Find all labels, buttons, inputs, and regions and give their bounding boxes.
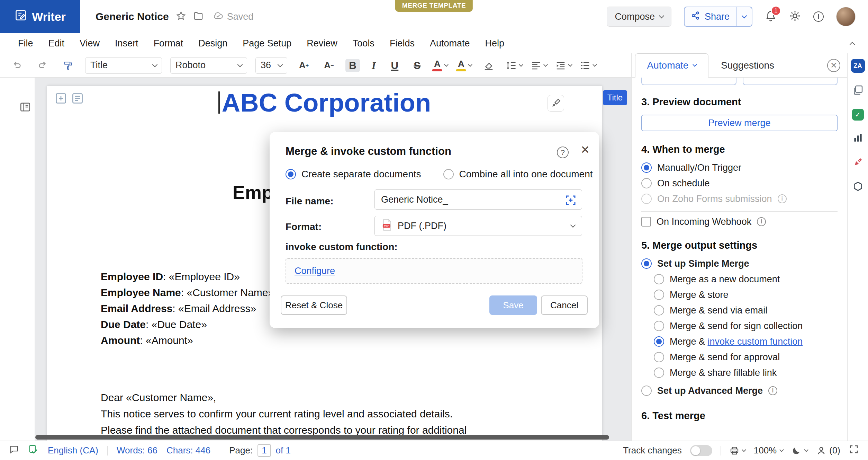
font-color-button[interactable]: A [432, 59, 448, 71]
menu-help[interactable]: Help [485, 38, 504, 49]
close-panel-button[interactable]: ✕ [827, 59, 840, 72]
writer-logo[interactable]: Writer [0, 0, 80, 33]
paragraph-style-dropdown[interactable]: Title [85, 57, 162, 74]
radio-on-schedule[interactable]: On schedule [641, 178, 838, 189]
configure-link[interactable]: Configure [295, 266, 335, 276]
menu-fields[interactable]: Fields [390, 38, 415, 49]
italic-button[interactable]: I [368, 59, 379, 72]
menu-view[interactable]: View [80, 38, 100, 49]
menu-tools[interactable]: Tools [353, 38, 374, 49]
viewers-control[interactable]: (0) [816, 445, 840, 456]
menu-format[interactable]: Format [154, 38, 183, 49]
word-count[interactable]: Words: 66 [117, 445, 157, 456]
radio-merge-sign-collection[interactable]: Merge & send for sign collection [654, 320, 838, 331]
list-button[interactable] [580, 60, 596, 71]
clipped-button[interactable] [641, 78, 736, 85]
tab-automate[interactable]: Automate [635, 53, 708, 78]
tab-suggestions[interactable]: Suggestions [721, 53, 774, 77]
info-icon[interactable]: i [813, 11, 824, 22]
strikethrough-button[interactable]: S [410, 59, 424, 72]
horizontal-scrollbar[interactable] [35, 435, 609, 440]
invoke-custom-function-link[interactable]: invoke custom function [708, 336, 803, 347]
folder-icon[interactable] [193, 11, 204, 23]
fullscreen-button[interactable] [849, 444, 859, 457]
bold-button[interactable]: B [345, 59, 360, 72]
format-painter-button[interactable] [60, 59, 77, 72]
menu-insert[interactable]: Insert [115, 38, 138, 49]
menu-review[interactable]: Review [307, 38, 337, 49]
modal-close-button[interactable]: × [581, 142, 589, 157]
radio-advanced-merge[interactable]: Set up Advanced Merge i [641, 385, 838, 396]
clipped-button[interactable] [743, 78, 838, 85]
collapse-toolbar-button[interactable] [850, 38, 854, 49]
navigation-panel-icon[interactable] [19, 101, 31, 114]
spellcheck-icon[interactable] [28, 444, 39, 457]
radio-combine-one[interactable]: Combine all into one document [443, 169, 593, 180]
decrease-font-size-button[interactable]: A− [320, 59, 337, 72]
menu-page-setup[interactable]: Page Setup [243, 38, 291, 49]
radio-manually-on-trigger[interactable]: Manually/On Trigger [641, 162, 838, 173]
radio-merge-invoke-custom-function[interactable]: Merge & invoke custom function [654, 336, 838, 347]
menu-automate[interactable]: Automate [430, 38, 470, 49]
zia-icon[interactable]: ZA [851, 59, 865, 73]
line-spacing-button[interactable] [506, 61, 523, 70]
night-mode-control[interactable] [792, 446, 808, 455]
extensions-icon[interactable] [852, 181, 864, 193]
menu-edit[interactable]: Edit [48, 38, 65, 49]
settings-gear-icon[interactable] [789, 10, 801, 23]
reset-close-button[interactable]: Reset & Close [281, 295, 347, 315]
user-avatar[interactable] [836, 7, 856, 26]
notifications-button[interactable]: 1 [765, 10, 777, 23]
compose-button[interactable]: Compose [607, 7, 671, 27]
checklist-icon[interactable]: ✓ [852, 109, 864, 121]
radio-label: Combine all into one document [459, 169, 593, 180]
radio-merge-share-fillable[interactable]: Merge & share fillable link [654, 367, 838, 378]
increase-font-size-button[interactable]: A+ [296, 59, 312, 72]
zoom-control[interactable]: 100% [754, 445, 784, 456]
radio-merge-send-approval[interactable]: Merge & send for approval [654, 352, 838, 363]
clear-formatting-button[interactable] [480, 59, 497, 72]
file-name-input[interactable] [374, 189, 582, 210]
preview-merge-button[interactable]: Preview merge [641, 115, 838, 131]
radio-create-separate[interactable]: Create separate documents [286, 169, 421, 180]
info-icon[interactable]: i [778, 194, 787, 203]
radio-simple-merge[interactable]: Set up Simple Merge [641, 258, 838, 269]
menu-design[interactable]: Design [198, 38, 227, 49]
indent-button[interactable] [555, 60, 572, 71]
info-icon[interactable]: i [757, 217, 766, 226]
font-size-dropdown[interactable]: 36 [255, 57, 287, 74]
radio-merge-new-document[interactable]: Merge as a new document [654, 274, 838, 285]
page-tools-button[interactable] [548, 95, 564, 112]
info-icon[interactable]: i [768, 386, 777, 395]
share-dropdown-button[interactable] [736, 7, 752, 26]
documents-icon[interactable] [852, 85, 864, 97]
cancel-button[interactable]: Cancel [541, 295, 588, 315]
radio-merge-store[interactable]: Merge & store [654, 289, 838, 300]
undo-button[interactable] [8, 59, 26, 72]
track-changes-toggle[interactable] [690, 445, 712, 456]
alignment-button[interactable] [531, 60, 547, 71]
highlight-color-button[interactable]: A [456, 59, 472, 71]
insert-field-icon[interactable] [564, 194, 577, 208]
format-select[interactable]: PDF PDF (.PDF) [374, 216, 582, 236]
page-indicator: Page: 1 of 1 [229, 444, 291, 457]
document-title[interactable]: Generic Notice [96, 11, 169, 23]
help-icon[interactable]: ? [557, 147, 569, 158]
char-count[interactable]: Chars: 446 [166, 445, 210, 456]
redo-button[interactable] [34, 59, 51, 72]
stats-icon[interactable] [852, 132, 864, 145]
menu-file[interactable]: File [18, 38, 33, 49]
print-button[interactable] [729, 445, 745, 456]
checkbox-incoming-webhook[interactable]: On Incoming Webhook i [641, 216, 838, 227]
language-selector[interactable]: English (CA) [48, 445, 98, 456]
comments-icon[interactable] [9, 444, 19, 457]
font-family-dropdown[interactable]: Roboto [170, 57, 247, 74]
sign-icon[interactable] [852, 157, 864, 169]
radio-merge-send-email[interactable]: Merge & send via email [654, 305, 838, 316]
page-number-box[interactable]: 1 [257, 444, 271, 457]
share-button[interactable]: Share [684, 7, 752, 27]
favorite-star-icon[interactable] [176, 11, 186, 23]
modal-title: Merge & invoke custom function [286, 145, 451, 158]
underline-button[interactable]: U [388, 59, 402, 72]
save-button[interactable]: Save [489, 295, 537, 315]
